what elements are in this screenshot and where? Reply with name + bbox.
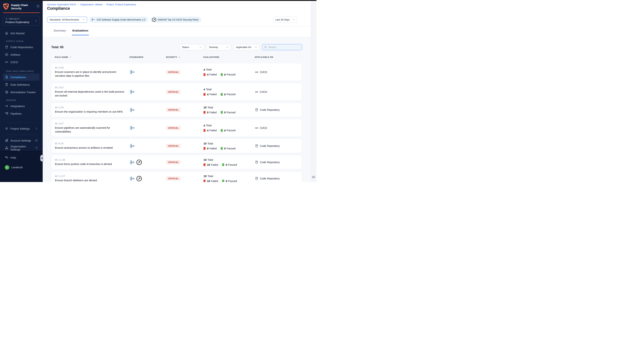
avatar: L xyxy=(5,165,9,170)
evaluations-panel: Total: 65 Status Severity Applicable On … xyxy=(43,36,311,182)
sidebar-item-label: Get Started xyxy=(10,32,24,35)
rule-row[interactable]: Id: 4.2.5 Ensure anonymous access to art… xyxy=(51,139,302,153)
owasp-logo-icon xyxy=(136,160,142,165)
svg-text:</>: </> xyxy=(256,178,258,179)
evaluations-cell: 4Total 4Failed 0Passed xyxy=(204,88,255,96)
rule-id: Id: 4.2.5 xyxy=(55,142,130,145)
failed-square-icon xyxy=(204,73,206,76)
applicable-on-label: Code Repository xyxy=(260,177,280,180)
date-range-value: Last 30 Days xyxy=(275,18,290,21)
rule-name-cell: Id: 2.4.2 Ensure all external dependenci… xyxy=(55,86,130,98)
sidebar-item-help[interactable]: ? Help xyxy=(3,154,40,161)
passed-square-icon xyxy=(221,147,223,150)
search-icon xyxy=(264,46,267,49)
column-label: EVALUATIONS xyxy=(203,56,219,58)
rule-name: Ensure all external dependencies used in… xyxy=(55,90,126,98)
rule-row[interactable]: Id: 1.1.17 Ensure branch deletions are d… xyxy=(51,172,302,182)
code-repository-icon: </> xyxy=(5,45,8,49)
project-selector[interactable]: PROJECT Product Exploratory xyxy=(3,16,40,26)
severity-badge: CRITICAL xyxy=(166,126,180,130)
evaluations-breakdown: 10Failed 0Passed xyxy=(204,180,255,182)
rule-row[interactable]: Id: 1.3.5 Ensure the organization is req… xyxy=(51,103,302,117)
svg-text:CIS: CIS xyxy=(131,91,134,93)
failed-square-icon xyxy=(204,93,206,96)
brand-header: Supply Chain Security xyxy=(0,0,43,10)
info-icon[interactable] xyxy=(35,146,38,150)
divider xyxy=(43,26,311,26)
app-switcher-grid-icon[interactable] xyxy=(36,4,40,8)
chevron-right-icon xyxy=(35,127,38,130)
rule-row[interactable]: Id: 2.3.8 Ensure scanners are in place t… xyxy=(51,63,302,81)
org-chart-gear-icon xyxy=(5,146,8,150)
applicable-on-label: Code Repository xyxy=(260,144,280,148)
chevron-down-icon xyxy=(82,18,85,21)
sidebar-item-label: Code Repositories xyxy=(10,46,33,49)
tab-summary[interactable]: Summary xyxy=(53,28,66,35)
brand-shield-logo-icon xyxy=(3,3,9,10)
sidebar-item-artifacts[interactable]: Artifacts xyxy=(3,51,40,58)
applicable-on-label: Code Repository xyxy=(260,161,280,164)
breadcrumb-project-link[interactable]: Project: Product Exploratory xyxy=(106,3,136,6)
sidebar-item-code-repositories[interactable]: </> Code Repositories xyxy=(3,44,40,51)
applicable-on-label: CI/CD xyxy=(260,71,267,74)
sidebar-item-project-settings[interactable]: Project Settings xyxy=(3,125,40,132)
sidebar-item-integrations[interactable]: Integrations xyxy=(3,102,40,110)
sidebar-item-label: Remediation Tracker xyxy=(10,91,36,94)
sidebar-item-cicd[interactable]: CI/CD xyxy=(3,58,40,66)
rule-row[interactable]: Id: 2.4.2 Ensure all external dependenci… xyxy=(51,83,302,101)
rule-row[interactable]: Id: 2.3.7 Ensure pipelines are automatic… xyxy=(51,119,302,137)
support-chat-icon[interactable] xyxy=(312,175,316,179)
passed-square-icon xyxy=(221,111,223,114)
sidebar-footer: ? Help L Lavakush xyxy=(0,151,43,182)
sidebar-collapse-handle[interactable] xyxy=(40,155,44,162)
benchmark-chip-owasp[interactable]: OWASP Top 10 CI/CD Security Risks xyxy=(150,17,201,23)
brand-name-line2: Security xyxy=(11,7,28,10)
standards-dropdown[interactable]: Standards: All Benchmarks xyxy=(47,17,87,23)
svg-text:</>: </> xyxy=(256,146,258,146)
rule-row[interactable]: Id: 1.1.16 Ensure force pushes code to b… xyxy=(51,155,302,169)
column-label: STANDARDS xyxy=(129,56,144,58)
sort-down-icon xyxy=(178,56,180,58)
sidebar-item-compliance[interactable]: Compliance xyxy=(3,74,40,81)
column-rule-name[interactable]: RULE NAME xyxy=(55,56,129,58)
severity-dropdown[interactable]: Severity xyxy=(206,44,231,50)
search-input[interactable] xyxy=(268,46,300,48)
sidebar-item-label: Help xyxy=(10,156,16,159)
applicable-on-dropdown[interactable]: Applicable On xyxy=(234,44,259,50)
collapse-left-arrow-icon xyxy=(41,157,42,159)
nav-section-label: RISK AND COMPLIANCE xyxy=(6,70,40,72)
user-menu[interactable]: L Lavakush xyxy=(3,164,40,171)
severity-badge: CRITICAL xyxy=(166,70,180,74)
breadcrumb-account-link[interactable]: Account: Automation-SSCA xyxy=(47,3,76,6)
code-repository-icon: </> xyxy=(255,144,258,148)
evaluations-breakdown: 0Failed 0Passed xyxy=(204,111,255,114)
breadcrumb-separator: › xyxy=(104,3,104,6)
status-dropdown[interactable]: Status xyxy=(180,44,204,50)
sidebar-item-remediation-tracker[interactable]: Remediation Tracker xyxy=(3,88,40,96)
date-range-dropdown[interactable]: Last 30 Days xyxy=(273,17,297,23)
rule-name: Ensure branch deletions are denied xyxy=(55,178,126,182)
evaluations-cell: 10Total 10Failed 0Passed xyxy=(204,174,255,182)
table-header: RULE NAME STANDARDS SEVERITY EVALUATIONS… xyxy=(51,56,302,58)
evaluations-breakdown: 0Failed 0Passed xyxy=(204,147,255,150)
column-severity[interactable]: SEVERITY xyxy=(166,56,203,58)
sidebar-item-label: Compliance xyxy=(10,76,26,79)
sidebar-item-organization-settings[interactable]: Organization Settings xyxy=(3,144,40,152)
applicable-on-cell: CI/CD xyxy=(255,70,298,74)
standards-cell: CIS xyxy=(130,107,166,113)
svg-text:CIS: CIS xyxy=(131,127,134,129)
sidebar-item-rule-definitions[interactable]: Rule Definitions xyxy=(3,81,40,88)
sidebar-item-account-settings[interactable]: Account Settings xyxy=(3,137,40,144)
tab-evaluations[interactable]: Evaluations xyxy=(72,28,89,35)
sidebar-item-pipelines[interactable]: Pipelines xyxy=(3,110,40,117)
info-icon[interactable] xyxy=(35,139,38,142)
evaluations-total: 10Total xyxy=(204,158,255,161)
cis-logo-icon: CIS xyxy=(130,176,135,182)
breadcrumb-organization-link[interactable]: Organization: default xyxy=(80,3,102,6)
sidebar-item-get-started[interactable]: Get Started xyxy=(3,30,40,37)
evaluations-total: 4Total xyxy=(204,68,255,71)
rule-name: Ensure pipelines are automatically scann… xyxy=(55,126,126,134)
benchmark-chip-cis[interactable]: CIS CIS Software Supply Chain Benchmarks… xyxy=(90,17,148,23)
column-standards: STANDARDS xyxy=(129,56,166,58)
standards-cell: CIS xyxy=(130,89,166,95)
